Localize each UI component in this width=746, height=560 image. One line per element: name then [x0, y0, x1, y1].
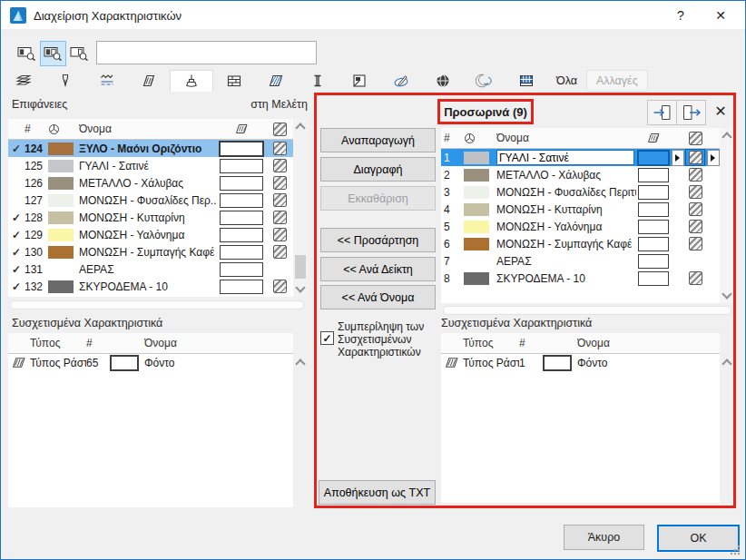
table-row-selected[interactable]: 1	[441, 149, 720, 166]
search-scope-right-button[interactable]	[66, 41, 93, 66]
fill-preview-box[interactable]	[220, 262, 263, 277]
texture-icon[interactable]	[273, 228, 287, 241]
texture-icon[interactable]	[273, 159, 287, 172]
fill-preview-box[interactable]	[220, 176, 263, 191]
export-button[interactable]	[676, 100, 706, 125]
associated-row[interactable]: Τύπος Ράστ 1 Φόντο	[441, 354, 720, 371]
table-row[interactable]: 5 ΜΟΝΩΣΗ - Υαλόνημα	[441, 218, 720, 235]
table-row[interactable]: ✓ 128 ΜΟΝΩΣΗ - Κυτταρίνη	[8, 209, 293, 226]
fill-preview-box[interactable]	[220, 211, 263, 225]
table-row[interactable]: 7 ΑΕΡΑΣ	[441, 252, 720, 270]
clear-temporary-button[interactable]: ✕	[708, 99, 733, 123]
table-row[interactable]: 2 ΜΕΤΑΛΛΟ - Χάλυβας	[441, 166, 720, 183]
tab-cities[interactable]	[422, 70, 464, 92]
close-button[interactable]: ✕	[709, 5, 732, 25]
tab-layers[interactable]	[3, 70, 44, 92]
duplicate-button[interactable]: Αναπαραγωγή	[320, 128, 436, 152]
purge-button[interactable]: Εκκαθάριση	[320, 186, 436, 211]
fill-preview-box[interactable]	[220, 159, 263, 173]
texture-icon[interactable]	[689, 271, 702, 285]
table-row[interactable]: 6 ΜΟΝΩΣΗ - Συμπαγής Καφέ	[441, 235, 720, 252]
texture-icon[interactable]	[689, 202, 702, 216]
table-row[interactable]: 8 ΣΚΥΡΟΔΕΜΑ - 10	[441, 270, 720, 287]
left-table-hscrollbar[interactable]	[10, 300, 304, 309]
table-row[interactable]: ✓ 132 ΣΚΥΡΟΔΕΜΑ - 10	[8, 278, 293, 295]
fill-preview-box[interactable]	[637, 150, 670, 166]
texture-icon[interactable]	[689, 185, 702, 199]
fill-preview-box[interactable]	[220, 245, 263, 260]
scroll-thumb[interactable]	[295, 255, 306, 279]
fill-preview-box[interactable]	[638, 237, 669, 251]
associated-row[interactable]: Τύπος Ράστ 65 Φόντο	[8, 354, 293, 371]
scroll-down-icon[interactable]	[295, 282, 305, 292]
table-row[interactable]: 126 ΜΕΤΑΛΛΟ - Χάλυβας	[8, 174, 293, 192]
by-index-button[interactable]: << Ανά Δείκτη	[320, 257, 436, 281]
tab-line-types[interactable]	[86, 70, 128, 92]
search-scope-both-button[interactable]	[40, 41, 66, 66]
texture-icon[interactable]	[689, 168, 702, 182]
tab-building-materials[interactable]	[255, 70, 297, 92]
table-row[interactable]: ✓ 130 ΜΟΝΩΣΗ - Συμπαγής Καφέ	[8, 243, 293, 260]
table-row[interactable]: 125 ΓΥΑΛΙ - Σατινέ	[8, 157, 293, 174]
left-table-scrollbar[interactable]	[293, 119, 308, 297]
fill-preview-box[interactable]	[219, 141, 264, 157]
texture-icon[interactable]	[689, 220, 702, 233]
tab-changes[interactable]: Αλλαγές	[586, 70, 648, 92]
delete-button[interactable]: Διαγραφή	[320, 157, 436, 182]
include-associated-checkbox[interactable]: ✓	[320, 331, 334, 345]
scroll-up-icon[interactable]	[295, 123, 305, 133]
associated-left-scrollbar[interactable]	[293, 333, 308, 507]
search-scope-left-button[interactable]	[14, 41, 40, 66]
tab-composites[interactable]	[213, 70, 255, 92]
associated-right-scrollbar[interactable]	[720, 333, 734, 503]
tab-profiles[interactable]	[297, 70, 339, 92]
fill-preview-box[interactable]	[220, 280, 263, 294]
tab-operation-profiles[interactable]	[464, 70, 506, 92]
texture-icon[interactable]	[273, 142, 287, 155]
name-edit-field[interactable]	[496, 150, 634, 165]
fill-preview-box[interactable]	[220, 193, 263, 208]
scroll-down-icon[interactable]	[721, 289, 731, 299]
texture-icon[interactable]	[273, 245, 287, 259]
tab-all[interactable]: Όλα	[547, 70, 586, 92]
fill-preview-box[interactable]	[638, 254, 669, 269]
search-input[interactable]	[96, 41, 317, 64]
fill-preview-box[interactable]	[638, 185, 669, 200]
import-button[interactable]	[647, 100, 677, 125]
tab-pens[interactable]	[44, 70, 86, 92]
cancel-button[interactable]: Άκυρο	[564, 525, 644, 550]
table-row[interactable]: 4 ΜΟΝΩΣΗ - Κυτταρίνη	[441, 201, 720, 218]
texture-icon[interactable]	[273, 193, 287, 207]
tab-mep-systems[interactable]	[506, 70, 547, 92]
ok-button[interactable]: OK	[657, 525, 740, 552]
right-table-hscrollbar[interactable]	[443, 306, 731, 315]
texture-icon[interactable]	[273, 211, 287, 224]
tab-surfaces[interactable]	[170, 70, 213, 92]
texture-icon[interactable]	[689, 237, 702, 251]
tab-zone-categories[interactable]	[339, 70, 380, 92]
texture-icon[interactable]	[685, 149, 705, 166]
fill-preview-box[interactable]	[220, 228, 263, 242]
fill-preview-box[interactable]	[638, 202, 669, 217]
texture-icon[interactable]	[273, 280, 287, 293]
help-button[interactable]: ?	[669, 5, 692, 25]
append-button[interactable]: << Προσάρτηση	[320, 228, 436, 252]
fill-preview-box[interactable]	[638, 220, 669, 234]
texture-picker-arrow-icon[interactable]	[707, 150, 720, 166]
tab-markup-styles[interactable]	[380, 70, 422, 92]
table-row[interactable]: ✓ 124 ΞΥΛΟ - Μαόνι Οριζόντιο	[8, 140, 293, 157]
scroll-up-icon[interactable]	[721, 132, 731, 142]
right-table-scrollbar[interactable]	[720, 128, 734, 303]
save-as-txt-button[interactable]: Αποθήκευση ως TXT	[319, 480, 436, 505]
fill-picker-arrow-icon[interactable]	[672, 150, 684, 166]
resize-grip[interactable]	[729, 544, 741, 556]
texture-icon[interactable]	[273, 176, 287, 190]
by-name-button[interactable]: << Ανά Όνομα	[320, 285, 436, 309]
table-row[interactable]: 127 ΜΟΝΩΣΗ - Φυσαλίδες Περ...	[8, 192, 293, 209]
fill-preview-box[interactable]	[638, 271, 669, 286]
table-row[interactable]: ✓ 131 ΑΕΡΑΣ	[8, 260, 293, 278]
table-row[interactable]: 3 ΜΟΝΩΣΗ - Φυσαλίδες Περιτύ...	[441, 183, 720, 201]
scroll-up-icon[interactable]	[721, 359, 731, 368]
scroll-up-icon[interactable]	[295, 359, 305, 368]
table-row[interactable]: ✓ 129 ΜΟΝΩΣΗ - Υαλόνημα	[8, 226, 293, 243]
